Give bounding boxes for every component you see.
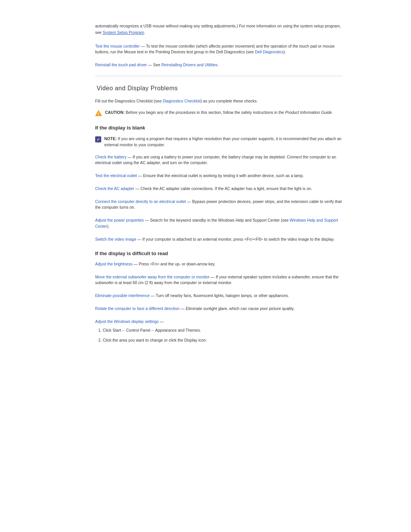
test-mouse-end: ). [284, 50, 286, 54]
main-content: automatically recognizes a USB mouse wit… [57, 0, 354, 373]
eliminate-interference-item: Eliminate possible interference — Turn o… [95, 293, 342, 299]
reinstall-link[interactable]: Reinstall the touch pad driver [95, 62, 147, 67]
move-subwoofer-link[interactable]: Move the external subwoofer away from th… [95, 275, 210, 279]
display-blank-heading: If the display is blank [95, 124, 342, 132]
note-box: ✓ NOTE: If you are using a program that … [95, 136, 342, 148]
rotate-computer-link[interactable]: Rotate the computer to face a different … [95, 306, 180, 311]
caution-end: . [332, 110, 333, 115]
adjust-power-text3: ). [107, 224, 110, 228]
check-battery-item: Check the battery — If you are using a b… [95, 154, 342, 166]
windows-step-1-text: Click Start→ Control Panel→ Appearance a… [103, 328, 201, 332]
test-mouse-link[interactable]: Test the mouse controller [95, 44, 140, 48]
note-label: NOTE: [104, 136, 117, 141]
reinstall-dash: — [147, 62, 153, 67]
adjust-power-item: Adjust the power properties — Search for… [95, 217, 342, 230]
adjust-windows-link[interactable]: Adjust the Windows display settings [95, 319, 159, 324]
caution-label: CAUTION: [105, 110, 124, 115]
reinstall-end: . [218, 62, 219, 67]
system-setup-link[interactable]: System Setup Program [103, 30, 144, 35]
check-ac-item: Check the AC adapter — Check the AC adap… [95, 186, 342, 192]
check-ac-link[interactable]: Check the AC adapter [95, 186, 134, 191]
caution-text: CAUTION: Before you begin any of the pro… [105, 110, 333, 116]
windows-step-1: Click Start→ Control Panel→ Appearance a… [103, 328, 342, 334]
switch-video-text: If your computer is attached to an exter… [142, 237, 335, 241]
checklist-link[interactable]: Diagnostics Checklist [162, 99, 201, 103]
test-mouse-item: Test the mouse controller — To test the … [95, 43, 342, 56]
diag-text1: Fill out the Diagnostics Checklist (see [95, 99, 162, 103]
caution-body: Before you begin any of the procedures i… [124, 110, 285, 115]
note-icon: ✓ [95, 136, 101, 142]
adjust-power-text1: Search for the keyword [150, 218, 192, 222]
windows-step-2: Click the area you want to change or cli… [103, 337, 342, 343]
adjust-brightness-text: Press <Fn> and the up- or down-arrow key… [139, 262, 215, 266]
windows-step-2-text: Click the area you want to change or cli… [103, 338, 207, 342]
rotate-computer-text: Eliminate sunlight glare, which can caus… [186, 306, 295, 311]
switch-video-link[interactable]: Switch the video image [95, 237, 136, 241]
adjust-windows-item: Adjust the Windows display settings — Cl… [95, 319, 342, 343]
connect-direct-link[interactable]: Connect the computer directly to an elec… [95, 199, 186, 204]
caution-italic: Product Information Guide [285, 110, 332, 115]
caution-icon: ! [95, 110, 102, 117]
eliminate-interference-link[interactable]: Eliminate possible interference [95, 293, 150, 298]
reinstalling-link[interactable]: Reinstalling Drivers and Utilities [161, 62, 218, 67]
note-body: If you are using a program that requires… [104, 136, 341, 147]
diagnostics-intro: Fill out the Diagnostics Checklist (see … [95, 98, 342, 104]
switch-video-item: Switch the video image — If your compute… [95, 236, 342, 243]
test-outlet-text: Ensure that the electrical outlet is wor… [143, 173, 304, 178]
caution-box: ! CAUTION: Before you begin any of the p… [95, 110, 342, 117]
reinstall-item: Reinstall the touch pad driver — See Rei… [95, 62, 342, 68]
adjust-brightness-item: Adjust the brightness — Press <Fn> and t… [95, 261, 342, 267]
rotate-computer-item: Rotate the computer to face a different … [95, 306, 342, 312]
adjust-power-link[interactable]: Adjust the power properties [95, 218, 144, 222]
note-text: NOTE: If you are using a program that re… [104, 136, 342, 148]
svg-text:✓: ✓ [97, 137, 100, 142]
adjust-power-text2: in the Windows Help and Support Center (… [206, 218, 290, 222]
display-difficult-heading: If the display is difficult to read [95, 250, 342, 257]
move-subwoofer-item: Move the external subwoofer away from th… [95, 274, 342, 286]
adjust-brightness-link[interactable]: Adjust the brightness [95, 262, 132, 266]
test-mouse-dash: — [140, 44, 146, 48]
reinstall-desc: See [153, 62, 161, 67]
standby-text: standby [192, 218, 206, 222]
intro-text-end: . [144, 30, 145, 35]
video-display-heading: Video and Display Problems [95, 84, 342, 93]
connect-direct-item: Connect the computer directly to an elec… [95, 199, 342, 211]
eliminate-interference-text: Turn off nearby fans, fluorescent lights… [156, 293, 289, 298]
windows-steps-list: Click Start→ Control Panel→ Appearance a… [95, 328, 342, 343]
svg-text:!: ! [98, 112, 99, 116]
intro-paragraph: automatically recognizes a USB mouse wit… [95, 23, 342, 36]
test-outlet-item: Test the electrical outlet — Ensure that… [95, 173, 342, 179]
check-ac-text: Check the AC adapter cable connections. … [140, 186, 312, 191]
diag-text2: ) as you complete these checks. [201, 99, 258, 103]
dell-diagnostics-link[interactable]: Dell Diagnostics [255, 50, 284, 54]
check-battery-link[interactable]: Check the battery [95, 155, 126, 159]
section-divider [95, 76, 342, 76]
test-outlet-link[interactable]: Test the electrical outlet [95, 173, 137, 178]
